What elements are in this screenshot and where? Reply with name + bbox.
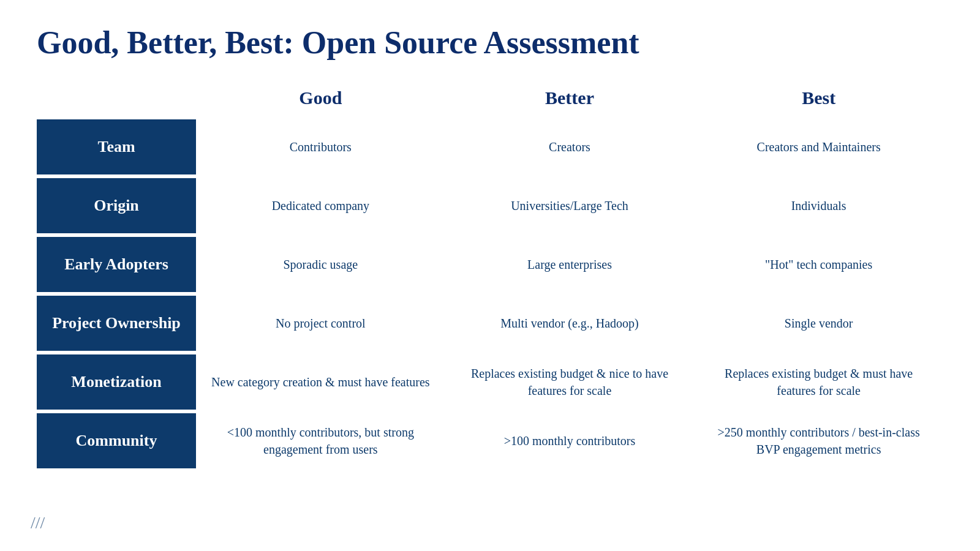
row-good-3: No project control bbox=[196, 309, 445, 338]
table-row: OriginDedicated companyUniversities/Larg… bbox=[37, 178, 943, 233]
header-empty bbox=[37, 83, 196, 113]
row-better-2: Large enterprises bbox=[445, 250, 695, 279]
column-headers: Good Better Best bbox=[37, 83, 943, 113]
row-good-4: New category creation & must have featur… bbox=[196, 367, 445, 397]
row-label-1: Origin bbox=[37, 178, 196, 233]
row-label-2: Early Adopters bbox=[37, 237, 196, 292]
row-best-3: Single vendor bbox=[694, 309, 943, 338]
row-good-2: Sporadic usage bbox=[196, 250, 445, 279]
row-label-4: Monetization bbox=[37, 354, 196, 410]
row-better-1: Universities/Large Tech bbox=[445, 191, 695, 220]
row-better-3: Multi vendor (e.g., Hadoop) bbox=[445, 309, 695, 338]
row-label-5: Community bbox=[37, 413, 196, 468]
row-best-0: Creators and Maintainers bbox=[694, 132, 943, 162]
table-row: TeamContributorsCreatorsCreators and Mai… bbox=[37, 119, 943, 174]
row-better-4: Replaces existing budget & nice to have … bbox=[445, 359, 695, 405]
table-row: Early AdoptersSporadic usageLarge enterp… bbox=[37, 237, 943, 292]
row-better-0: Creators bbox=[445, 132, 695, 162]
logo: /// bbox=[31, 513, 45, 533]
row-good-0: Contributors bbox=[196, 132, 445, 162]
row-best-5: >250 monthly contributors / best-in-clas… bbox=[694, 418, 943, 464]
row-good-1: Dedicated company bbox=[196, 191, 445, 220]
row-best-4: Replaces existing budget & must have fea… bbox=[694, 359, 943, 405]
row-label-0: Team bbox=[37, 119, 196, 174]
table-row: Project OwnershipNo project controlMulti… bbox=[37, 296, 943, 351]
header-best: Best bbox=[694, 83, 943, 113]
table-row: Community<100 monthly contributors, but … bbox=[37, 413, 943, 468]
header-better: Better bbox=[445, 83, 695, 113]
row-best-2: "Hot" tech companies bbox=[694, 250, 943, 279]
row-good-5: <100 monthly contributors, but strong en… bbox=[196, 418, 445, 464]
assessment-table: Good Better Best TeamContributorsCreator… bbox=[37, 83, 943, 468]
page-title: Good, Better, Best: Open Source Assessme… bbox=[37, 24, 943, 61]
table-body: TeamContributorsCreatorsCreators and Mai… bbox=[37, 119, 943, 468]
row-label-3: Project Ownership bbox=[37, 296, 196, 351]
header-good: Good bbox=[196, 83, 445, 113]
row-better-5: >100 monthly contributors bbox=[445, 426, 695, 455]
table-row: MonetizationNew category creation & must… bbox=[37, 354, 943, 410]
row-best-1: Individuals bbox=[694, 191, 943, 220]
